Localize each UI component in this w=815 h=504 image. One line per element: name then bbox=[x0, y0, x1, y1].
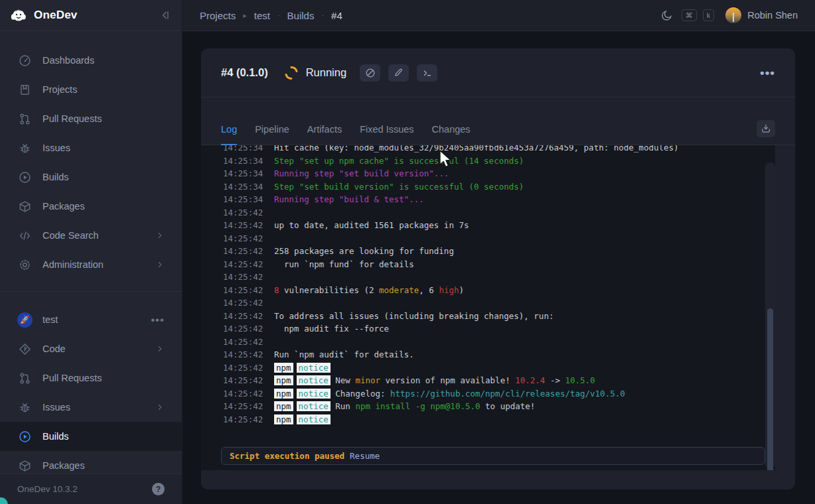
user-avatar[interactable] bbox=[725, 7, 741, 23]
log-segment: moderate bbox=[379, 285, 419, 295]
log-segment: up to date, audited 1561 packages in 7s bbox=[274, 220, 469, 230]
tab-log[interactable]: Log bbox=[221, 124, 237, 145]
topbar: Projects▸test·Builds·#4 ⌘ k Robin Shen bbox=[183, 0, 815, 31]
log-message: npmnotice New minor version of npm avail… bbox=[274, 374, 595, 387]
project-item-issues[interactable]: Issues bbox=[0, 393, 182, 422]
user-name[interactable]: Robin Shen bbox=[747, 10, 798, 21]
sidebar-item-label: Code bbox=[42, 344, 66, 354]
log-message: npmnotice bbox=[274, 413, 331, 426]
shortcut-cmd-key: ⌘ bbox=[682, 9, 697, 21]
build-log[interactable]: 14:25:34Hit cache (key: node_modules_32/… bbox=[201, 145, 775, 470]
log-segment: high bbox=[439, 285, 459, 295]
brand-name: OneDev bbox=[34, 9, 77, 22]
project-avatar-rocket-icon: 🚀 bbox=[17, 312, 33, 328]
download-log-icon[interactable] bbox=[757, 120, 775, 137]
log-message: Step "set build version" is successful (… bbox=[274, 180, 524, 194]
administration-icon bbox=[19, 259, 31, 271]
sidebar-item-label: Issues bbox=[42, 402, 70, 412]
project-name: test bbox=[42, 314, 58, 325]
project-item-pull-requests[interactable]: Pull Requests bbox=[0, 363, 182, 393]
log-segment: Hit cache (key: node_modules_32/9b2405aa… bbox=[274, 145, 679, 153]
dark-mode-moon-icon[interactable] bbox=[661, 9, 673, 21]
log-message: 258 packages are looking for funding bbox=[274, 245, 454, 258]
log-segment: -> bbox=[545, 375, 565, 385]
log-timestamp: 14:25:42 bbox=[223, 206, 263, 220]
log-timestamp: 14:25:42 bbox=[223, 387, 263, 401]
code-search-icon bbox=[19, 229, 31, 242]
sidebar-item-label: Pull Requests bbox=[42, 113, 102, 124]
edit-build-button[interactable] bbox=[388, 64, 409, 82]
log-segment: npm bbox=[274, 414, 293, 424]
sidebar-item-dashboards[interactable]: Dashboards bbox=[0, 46, 182, 75]
terminal-button[interactable] bbox=[417, 64, 437, 82]
log-line: 14:25:42Run `npm audit` for details. bbox=[223, 348, 775, 361]
log-timestamp: 14:25:42 bbox=[223, 310, 263, 323]
resume-link[interactable]: Resume bbox=[350, 451, 380, 461]
chevron-right-icon bbox=[155, 403, 165, 412]
project-more-button[interactable]: ••• bbox=[151, 314, 165, 326]
sidebar-item-label: Builds bbox=[42, 431, 69, 442]
log-message: npmnotice bbox=[274, 361, 331, 375]
log-segment: 10.2.4 bbox=[515, 375, 545, 385]
sidebar-item-label: Packages bbox=[42, 460, 85, 471]
log-link[interactable]: https://github.com/npm/cli/releases/tag/… bbox=[390, 389, 625, 399]
shortcut-k-key: k bbox=[703, 9, 715, 21]
log-scrollbar-track[interactable] bbox=[765, 162, 775, 469]
sidebar-collapse-button[interactable] bbox=[159, 9, 171, 21]
sidebar-item-code-search[interactable]: Code Search bbox=[0, 221, 182, 250]
log-line: 14:25:42 npm audit fix --force bbox=[223, 322, 775, 336]
sidebar-item-projects[interactable]: Projects bbox=[0, 75, 182, 104]
log-message: Step "set up npm cache" is successful (1… bbox=[274, 155, 524, 168]
log-scrollbar-thumb[interactable] bbox=[767, 308, 773, 470]
log-segment: notice bbox=[297, 414, 331, 424]
breadcrumb-item[interactable]: Builds bbox=[287, 10, 315, 21]
log-segment: Running step "build & test"... bbox=[274, 194, 424, 204]
log-message: Running step "set build version"... bbox=[274, 167, 449, 180]
log-timestamp: 14:25:42 bbox=[223, 232, 263, 245]
log-timestamp: 14:25:42 bbox=[223, 361, 263, 375]
breadcrumb-item[interactable]: Projects bbox=[200, 10, 236, 21]
log-timestamp: 14:25:42 bbox=[223, 271, 263, 284]
project-item-builds[interactable]: Builds bbox=[0, 422, 182, 451]
sidebar-main-nav: DashboardsProjectsPull RequestsIssuesBui… bbox=[0, 31, 182, 279]
help-icon[interactable]: ? bbox=[152, 483, 165, 495]
log-segment: Step "set up npm cache" is successful (1… bbox=[274, 156, 524, 166]
builds-icon bbox=[19, 430, 31, 443]
log-segment: Run bbox=[331, 401, 356, 411]
breadcrumb-item[interactable]: test bbox=[254, 10, 270, 21]
breadcrumb: Projects▸test·Builds·#4 bbox=[200, 10, 342, 21]
packages-icon bbox=[19, 200, 31, 213]
sidebar-item-issues[interactable]: Issues bbox=[0, 133, 182, 162]
build-header: #4 (0.1.0) Running ••• bbox=[201, 48, 795, 97]
breadcrumb-separator: ▸ bbox=[243, 11, 247, 20]
log-timestamp: 14:25:34 bbox=[223, 180, 263, 194]
log-timestamp: 14:25:42 bbox=[223, 296, 263, 310]
log-segment: run `npm fund` for details bbox=[274, 259, 414, 269]
cancel-build-button[interactable] bbox=[360, 64, 380, 82]
sidebar-item-builds[interactable]: Builds bbox=[0, 162, 182, 192]
sidebar-item-pull-requests[interactable]: Pull Requests bbox=[0, 104, 182, 133]
sidebar-item-packages[interactable]: Packages bbox=[0, 192, 182, 221]
log-timestamp: 14:25:42 bbox=[223, 258, 263, 271]
tab-changes[interactable]: Changes bbox=[432, 124, 471, 145]
sidebar-project-row[interactable]: 🚀 test ••• bbox=[0, 305, 182, 334]
builds-icon bbox=[19, 171, 31, 184]
tab-fixed-issues[interactable]: Fixed Issues bbox=[360, 124, 413, 145]
log-message: npm audit fix --force bbox=[274, 322, 389, 336]
tab-pipeline[interactable]: Pipeline bbox=[255, 124, 289, 145]
log-message: Running step "build & test"... bbox=[274, 193, 424, 206]
sidebar-item-label: Packages bbox=[42, 201, 85, 212]
tab-artifacts[interactable]: Artifacts bbox=[307, 124, 342, 145]
log-line: 14:25:428 vulnerabilities (2 moderate, 6… bbox=[223, 284, 775, 297]
code-icon bbox=[19, 343, 31, 355]
paused-bar: Script execution paused Resume bbox=[221, 447, 765, 465]
log-segment: 10.5.0 bbox=[565, 375, 595, 385]
chevron-right-icon bbox=[155, 231, 165, 240]
log-line: 14:25:42 bbox=[223, 206, 775, 220]
log-timestamp: 14:25:42 bbox=[223, 219, 263, 232]
sidebar-item-label: Builds bbox=[42, 172, 69, 182]
sidebar-project-nav: CodePull RequestsIssuesBuildsPackages bbox=[0, 334, 182, 480]
sidebar-item-label: Projects bbox=[42, 84, 77, 95]
project-item-code[interactable]: Code bbox=[0, 334, 182, 363]
sidebar-item-administration[interactable]: Administration bbox=[0, 250, 182, 279]
